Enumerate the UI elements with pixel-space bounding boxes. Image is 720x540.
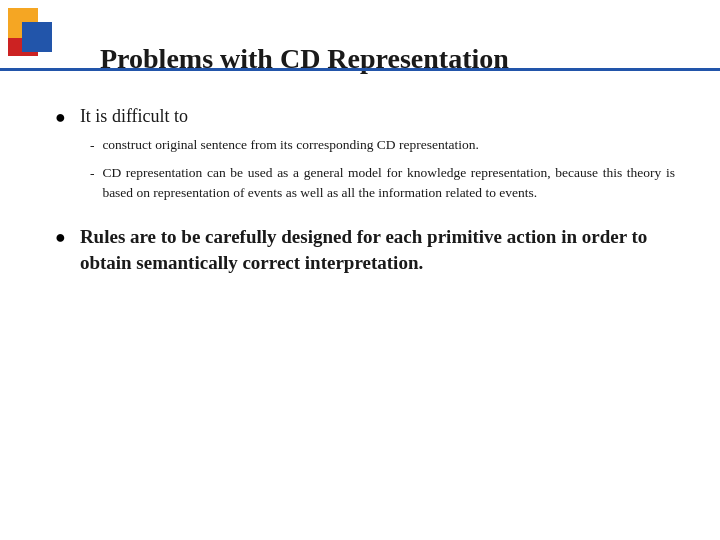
bullet-1-content: It is difficult to - construct original … xyxy=(80,104,675,211)
sub-dash-2: - xyxy=(90,164,95,184)
sub-text-1: construct original sentence from its cor… xyxy=(102,135,675,155)
content-area: ● It is difficult to - construct origina… xyxy=(45,104,675,276)
sub-text-2: CD representation can be used as a gener… xyxy=(102,163,675,202)
bullet-dot-1: ● xyxy=(55,105,66,130)
sub-bullets: - construct original sentence from its c… xyxy=(80,135,675,203)
bullet-2-text: Rules are to be carefully designed for e… xyxy=(80,224,675,275)
bullet-item-1: ● It is difficult to - construct origina… xyxy=(55,104,675,211)
blue-square xyxy=(22,22,52,52)
bullet-1-text: It is difficult to xyxy=(80,106,188,126)
title-divider xyxy=(0,68,720,71)
bullet-item-2: ● Rules are to be carefully designed for… xyxy=(55,224,675,275)
slide-container: Problems with CD Representation ● It is … xyxy=(0,0,720,540)
bullet-dot-2: ● xyxy=(55,225,66,250)
decorative-squares xyxy=(0,0,70,70)
sub-dash-1: - xyxy=(90,136,95,156)
sub-bullet-item-1: - construct original sentence from its c… xyxy=(90,135,675,156)
sub-bullet-item-2: - CD representation can be used as a gen… xyxy=(90,163,675,202)
